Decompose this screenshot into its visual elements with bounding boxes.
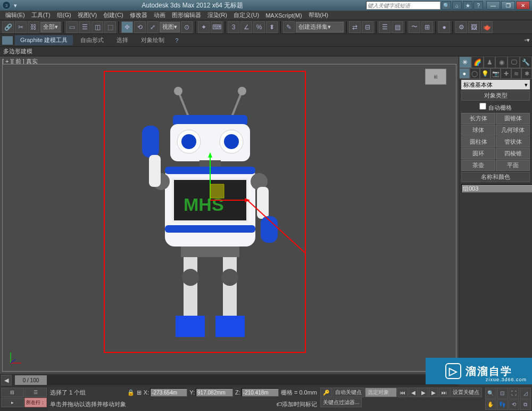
- shapes-icon[interactable]: ◯: [470, 68, 480, 79]
- dropdown-icon[interactable]: ▾: [14, 2, 19, 9]
- trackbar-icon[interactable]: ⊟: [1, 388, 24, 397]
- angle-snap-icon[interactable]: ∠: [240, 21, 252, 33]
- time-track[interactable]: 0 / 100: [15, 375, 456, 385]
- app-logo[interactable]: 3: [2, 1, 11, 10]
- timetag-icon[interactable]: 🏷: [276, 401, 282, 407]
- minimize-button[interactable]: —: [486, 1, 500, 10]
- mirror-icon[interactable]: ⇄: [349, 21, 361, 33]
- autogrid-checkbox[interactable]: [479, 103, 486, 110]
- snap-icon[interactable]: 3: [228, 21, 239, 33]
- setkey-button[interactable]: 设置关键点: [450, 388, 482, 397]
- zoom-all-icon[interactable]: ⊡: [497, 388, 508, 399]
- help-icon[interactable]: ?: [473, 1, 483, 10]
- utilities-tab[interactable]: 🔧: [520, 56, 532, 68]
- orbit-icon[interactable]: ⟲: [509, 399, 520, 410]
- ribbon-tab-select[interactable]: 选择: [111, 35, 134, 45]
- coord-y-input[interactable]: [196, 388, 233, 397]
- menu-customize[interactable]: 自定义(U): [230, 11, 262, 19]
- selset-dropdown[interactable]: 选定对象: [365, 388, 397, 397]
- ribbon-toggle-icon[interactable]: [2, 36, 13, 45]
- link-icon[interactable]: 🔗: [2, 21, 14, 33]
- zoom-ext-icon[interactable]: ⛶: [509, 388, 520, 399]
- select-region-icon[interactable]: ◫: [92, 21, 103, 33]
- robot-model[interactable]: MHS: [104, 75, 306, 357]
- bind-icon[interactable]: ⛓: [28, 21, 39, 33]
- lock-icon[interactable]: 🔒: [127, 389, 135, 396]
- unlink-icon[interactable]: ✂: [15, 21, 27, 33]
- hierarchy-tab[interactable]: ♟: [484, 56, 496, 68]
- manipulate-icon[interactable]: ✦: [198, 21, 210, 33]
- spacewarps-icon[interactable]: ≋: [511, 68, 522, 79]
- object-name-input[interactable]: [461, 184, 532, 193]
- menu-tools[interactable]: 工具(T): [28, 11, 54, 19]
- layers-icon[interactable]: ☰: [379, 21, 390, 33]
- select-name-icon[interactable]: ☰: [79, 21, 90, 33]
- pan-icon[interactable]: ✋: [485, 399, 496, 410]
- close-button[interactable]: ✕: [516, 1, 530, 10]
- prim-teapot[interactable]: 茶壶: [461, 160, 495, 171]
- select-icon[interactable]: ▭: [66, 21, 78, 33]
- walk-icon[interactable]: 👣: [497, 399, 508, 410]
- menu-edit[interactable]: 编辑(E): [2, 11, 28, 19]
- ribbon-tab-freeform[interactable]: 自由形式: [75, 35, 109, 45]
- prim-box[interactable]: 长方体: [461, 113, 495, 124]
- time-handle[interactable]: 0 / 100: [15, 375, 47, 385]
- editnamed-icon[interactable]: ✎: [283, 21, 295, 33]
- prim-geosphere[interactable]: 几何球体: [496, 125, 530, 136]
- rollout-namecolor[interactable]: 名称和颜色: [461, 172, 530, 182]
- window-crossing-icon[interactable]: ⬚: [104, 21, 116, 33]
- restore-button[interactable]: ❐: [501, 1, 515, 10]
- prompt-toggle-icon[interactable]: ▸: [1, 398, 24, 407]
- prim-torus[interactable]: 圆环: [461, 148, 495, 159]
- create-tab[interactable]: ✳: [459, 56, 471, 68]
- zoom-icon[interactable]: 🔍: [485, 388, 496, 399]
- systems-icon[interactable]: ✱: [521, 68, 532, 79]
- play-start-icon[interactable]: ⏮: [397, 388, 408, 397]
- ribbon-tab-graphite[interactable]: Graphite 建模工具: [15, 35, 73, 45]
- search-input[interactable]: [366, 1, 440, 10]
- viewport[interactable]: 前 MHS: [2, 64, 456, 372]
- autokey-button[interactable]: 自动关键点: [332, 388, 364, 397]
- render-icon[interactable]: 🫖: [481, 21, 493, 33]
- prim-cone[interactable]: 圆锥体: [496, 113, 530, 124]
- align-icon[interactable]: ⊟: [362, 21, 373, 33]
- menu-render[interactable]: 渲染(R): [204, 11, 230, 19]
- prim-plane[interactable]: 平面: [496, 160, 530, 171]
- pivot-icon[interactable]: ⊙: [181, 21, 193, 33]
- coord-z-input[interactable]: [242, 388, 279, 397]
- schematic-icon[interactable]: ⊞: [421, 21, 433, 33]
- add-timetag[interactable]: 添加时间标记: [282, 400, 317, 408]
- prim-sphere[interactable]: 球体: [461, 125, 495, 136]
- ribbon-tab-objpaint[interactable]: 对象绘制: [136, 35, 170, 45]
- display-tab[interactable]: 🖵: [508, 56, 520, 68]
- modify-tab[interactable]: 🌈: [471, 56, 484, 68]
- menu-view[interactable]: 视图(V): [74, 11, 101, 19]
- helpers-icon[interactable]: ✚: [501, 68, 511, 79]
- keyboard-icon[interactable]: ⌨: [211, 21, 222, 33]
- maxview-icon[interactable]: ⧉: [520, 399, 531, 410]
- filter-dropdown[interactable]: 全部 ▾: [40, 22, 61, 32]
- key-icon[interactable]: 🔑: [320, 388, 332, 397]
- material-icon[interactable]: ●: [438, 21, 450, 33]
- rollout-objtype[interactable]: 对象类型: [461, 91, 530, 101]
- comm-icon[interactable]: ⌂: [452, 1, 462, 10]
- layer-manager-icon[interactable]: ▤: [392, 21, 403, 33]
- motion-tab[interactable]: ◉: [495, 56, 508, 68]
- ribbon-min-icon[interactable]: ▫▾: [525, 37, 530, 44]
- category-dropdown[interactable]: 标准基本体▾: [461, 80, 530, 89]
- spinner-snap-icon[interactable]: ⬍: [266, 21, 278, 33]
- refcoord-dropdown[interactable]: 视图 ▾: [160, 22, 180, 32]
- play-next-icon[interactable]: ▶: [429, 388, 438, 397]
- menu-grapheditor[interactable]: 图形编辑器: [169, 11, 204, 19]
- play-icon[interactable]: ▶: [419, 388, 428, 397]
- prim-pyramid[interactable]: 四棱锥: [496, 148, 530, 159]
- move-icon[interactable]: ✥: [121, 21, 133, 33]
- menu-modifiers[interactable]: 修改器: [127, 11, 151, 19]
- geometry-icon[interactable]: ●: [459, 68, 470, 79]
- play-prev-icon[interactable]: ◀: [409, 388, 418, 397]
- coord-x-input[interactable]: [150, 388, 187, 397]
- poly-modeling-label[interactable]: 多边形建模: [0, 47, 532, 56]
- curve-editor-icon[interactable]: 〜: [409, 21, 420, 33]
- fov-icon[interactable]: ◿: [520, 388, 531, 399]
- render-setup-icon[interactable]: ⚙: [455, 21, 467, 33]
